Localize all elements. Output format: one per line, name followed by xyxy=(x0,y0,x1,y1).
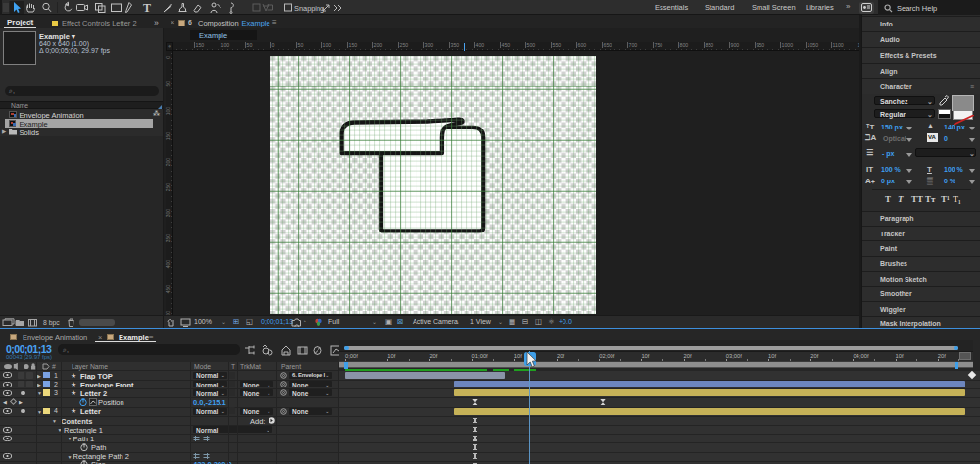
svg-text:T: T xyxy=(143,1,151,15)
svg-text:Snapping: Snapping xyxy=(294,4,324,13)
